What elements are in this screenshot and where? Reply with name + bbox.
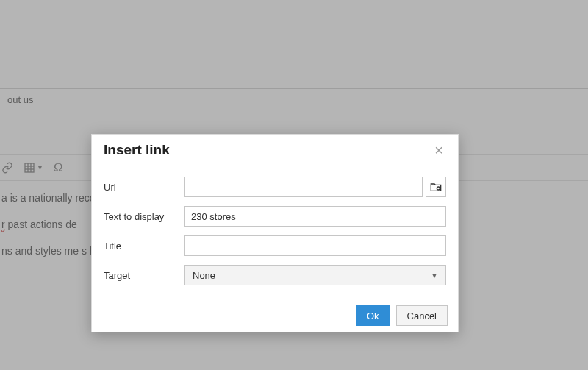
label-target: Target (104, 270, 184, 281)
text-to-display-input[interactable] (184, 206, 446, 227)
title-input[interactable] (184, 235, 446, 256)
row-title: Title (104, 235, 446, 256)
row-target: Target None ▼ (104, 265, 446, 285)
row-text: Text to display (104, 206, 446, 227)
folder-search-icon (430, 182, 442, 192)
close-icon[interactable]: × (431, 143, 446, 157)
label-text: Text to display (104, 211, 184, 222)
target-select[interactable]: None ▼ (184, 265, 446, 285)
dialog-footer: Ok Cancel (92, 299, 458, 332)
label-url: Url (104, 182, 184, 193)
row-url: Url (104, 177, 446, 197)
label-title: Title (104, 241, 184, 252)
cancel-button[interactable]: Cancel (396, 305, 448, 326)
dialog-header: Insert link × (92, 135, 458, 166)
browse-button[interactable] (426, 177, 446, 197)
dialog-body: Url Text to display (92, 166, 458, 299)
url-input[interactable] (184, 177, 423, 197)
insert-link-dialog: Insert link × Url Text to d (91, 134, 459, 332)
dialog-title: Insert link (104, 142, 170, 158)
chevron-down-icon: ▼ (431, 271, 438, 280)
target-select-value: None (193, 270, 215, 281)
ok-button[interactable]: Ok (356, 305, 390, 326)
